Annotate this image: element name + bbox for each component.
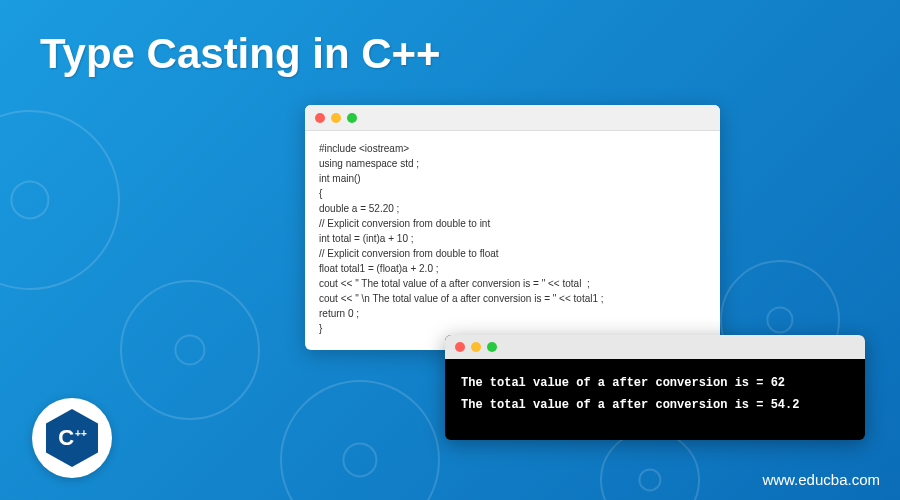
website-url: www.educba.com <box>762 471 880 488</box>
gear-decoration <box>0 110 120 290</box>
code-line: // Explicit conversion from double to fl… <box>319 246 706 261</box>
code-line: int total = (int)a + 10 ; <box>319 231 706 246</box>
gear-decoration <box>280 380 440 500</box>
code-line: return 0 ; <box>319 306 706 321</box>
code-line: double a = 52.20 ; <box>319 201 706 216</box>
maximize-icon <box>487 342 497 352</box>
window-controls <box>445 335 865 359</box>
minimize-icon <box>331 113 341 123</box>
logo-plus: ++ <box>75 431 87 437</box>
logo-c: C <box>58 425 74 451</box>
window-controls <box>305 105 720 131</box>
close-icon <box>315 113 325 123</box>
maximize-icon <box>347 113 357 123</box>
code-line: float total1 = (float)a + 2.0 ; <box>319 261 706 276</box>
code-line: using namespace std ; <box>319 156 706 171</box>
gear-decoration <box>120 280 260 420</box>
code-content: #include <iostream> using namespace std … <box>305 131 720 350</box>
code-window: #include <iostream> using namespace std … <box>305 105 720 350</box>
minimize-icon <box>471 342 481 352</box>
cpp-logo: C++ <box>32 398 112 478</box>
terminal-line: The total value of a after conversion is… <box>461 373 849 395</box>
terminal-content: The total value of a after conversion is… <box>445 359 865 440</box>
code-line: // Explicit conversion from double to in… <box>319 216 706 231</box>
terminal-window: The total value of a after conversion is… <box>445 335 865 440</box>
code-line: } <box>319 321 706 336</box>
gear-decoration <box>600 430 700 500</box>
cpp-hex-icon: C++ <box>46 409 98 467</box>
code-line: #include <iostream> <box>319 141 706 156</box>
page-title: Type Casting in C++ <box>40 30 441 78</box>
code-line: { <box>319 186 706 201</box>
code-line: int main() <box>319 171 706 186</box>
terminal-line: The total value of a after conversion is… <box>461 395 849 417</box>
code-line: cout << " \n The total value of a after … <box>319 291 706 306</box>
code-line: cout << " The total value of a after con… <box>319 276 706 291</box>
close-icon <box>455 342 465 352</box>
